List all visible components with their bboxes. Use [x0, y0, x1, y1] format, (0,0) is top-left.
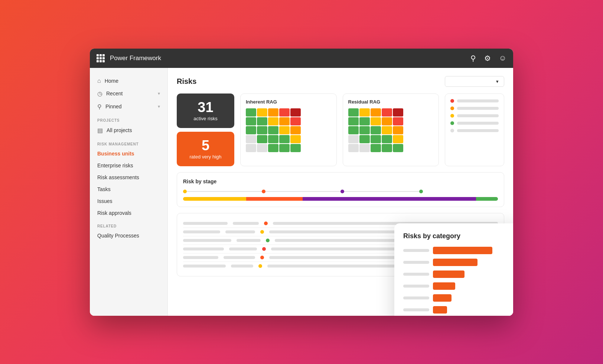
- sidebar-item-business-units[interactable]: Business units: [90, 148, 167, 160]
- rag-cell: [268, 135, 278, 143]
- grid-icon[interactable]: [97, 54, 105, 62]
- sidebar-item-home[interactable]: ⌂ Home: [90, 75, 167, 87]
- clock-icon: ◷: [97, 90, 102, 97]
- rag-cell: [290, 135, 301, 143]
- rag-cell: [290, 144, 301, 152]
- active-risks-label: active risks: [193, 116, 217, 121]
- category-title: Risks by category: [403, 232, 512, 240]
- stage-line: [187, 191, 262, 192]
- sidebar-item-risk-approvals[interactable]: Risk approvals: [90, 207, 167, 219]
- rag-cell: [371, 108, 381, 117]
- search-icon[interactable]: ⚲: [470, 54, 476, 63]
- rag-cell: [382, 144, 392, 152]
- category-bar: [433, 294, 452, 302]
- active-risks-number: 31: [198, 100, 213, 114]
- settings-icon[interactable]: ⚙: [484, 54, 491, 63]
- home-icon: ⌂: [97, 78, 101, 84]
- stage-bar-segment: [476, 197, 498, 201]
- legend-dot: [450, 99, 454, 103]
- app-window: Power Framework ⚲ ⚙ ☺ ⌂ Home ◷ Recent ▾ …: [90, 49, 513, 316]
- chevron-down-icon: ▾: [496, 79, 499, 84]
- table-col-info: [237, 239, 261, 242]
- table-col-name: [183, 247, 224, 250]
- rag-cell: [393, 126, 403, 134]
- sidebar-item-label: All projects: [107, 127, 132, 133]
- rag-cell: [393, 108, 403, 117]
- category-label: [403, 273, 429, 276]
- very-high-label: rated very high: [190, 154, 222, 160]
- sidebar-item-risk-assessments[interactable]: Risk assessments: [90, 171, 167, 183]
- category-popup: Risks by category: [394, 223, 513, 316]
- inherent-rag-title: Inherent RAG: [246, 99, 331, 105]
- rag-cell: [382, 126, 392, 134]
- rag-cell: [348, 144, 359, 152]
- pin-icon: ⚲: [97, 103, 102, 110]
- category-row: [403, 247, 512, 254]
- rag-cell: [279, 135, 290, 143]
- sidebar-item-recent[interactable]: ◷ Recent ▾: [90, 87, 167, 100]
- stage-dot: [340, 190, 344, 193]
- content-header: Risks ▾: [177, 76, 504, 87]
- stat-cards: 31 active risks 5 rated very high: [177, 94, 234, 166]
- legend-item: [450, 106, 499, 110]
- rag-cell: [359, 144, 370, 152]
- legend-dot: [450, 106, 454, 110]
- rag-cell: [257, 108, 267, 117]
- legend-bar: [457, 114, 499, 117]
- sidebar-item-label: Risk approvals: [97, 210, 131, 216]
- rag-cell: [359, 135, 370, 143]
- category-bar: [433, 282, 455, 290]
- table-col-info: [225, 230, 255, 233]
- legend-dot: [450, 114, 454, 118]
- category-bar: [433, 247, 492, 254]
- topbar-actions: ⚲ ⚙ ☺: [470, 54, 506, 63]
- rag-cell: [348, 108, 359, 117]
- category-bar: [433, 270, 465, 278]
- sidebar-item-enterprise-risks[interactable]: Enterprise risks: [90, 160, 167, 171]
- sidebar-item-label: Business units: [97, 151, 134, 157]
- category-bar: [433, 306, 447, 314]
- status-dot: [260, 256, 264, 259]
- legend-item: [450, 99, 499, 103]
- risk-section-label: RISK MANAGEMENT: [90, 137, 167, 148]
- sidebar-item-all-projects[interactable]: ▤ All projects: [90, 124, 167, 137]
- sidebar-item-label: Pinned: [105, 104, 122, 109]
- residual-rag-card: Residual RAG: [343, 94, 439, 166]
- sidebar-item-pinned[interactable]: ⚲ Pinned ▾: [90, 100, 167, 113]
- folder-icon: ▤: [97, 127, 103, 134]
- rag-cell: [348, 126, 359, 134]
- category-label: [403, 285, 429, 288]
- rag-cell: [257, 117, 267, 125]
- residual-rag-title: Residual RAG: [348, 99, 434, 105]
- filter-dropdown[interactable]: ▾: [445, 76, 504, 87]
- category-label: [403, 308, 429, 311]
- legend-item: [450, 114, 499, 118]
- sidebar-item-tasks[interactable]: Tasks: [90, 183, 167, 195]
- very-high-number: 5: [202, 138, 209, 153]
- user-icon[interactable]: ☺: [499, 54, 506, 62]
- table-col-info: [231, 265, 253, 268]
- rag-cell: [359, 117, 370, 125]
- inherent-rag-card: Inherent RAG: [240, 94, 337, 166]
- rag-cell: [246, 126, 256, 134]
- rag-cell: [371, 135, 381, 143]
- sidebar-item-label: Enterprise risks: [97, 163, 133, 168]
- legend-bar: [457, 129, 499, 132]
- legend-bar: [457, 99, 499, 102]
- category-bars: [403, 247, 512, 314]
- sidebar-item-quality-processes[interactable]: Quality Processes: [90, 230, 167, 242]
- status-dot: [260, 230, 264, 234]
- stage-dot: [419, 190, 423, 193]
- stage-title: Risk by stage: [183, 178, 498, 184]
- rag-cell: [290, 108, 301, 117]
- legend-dot: [450, 121, 454, 125]
- rag-cell: [279, 108, 290, 117]
- sidebar-item-issues[interactable]: Issues: [90, 195, 167, 207]
- very-high-card: 5 rated very high: [177, 132, 234, 166]
- stage-line: [344, 191, 419, 192]
- rag-cell: [371, 126, 381, 134]
- residual-rag-grid: [348, 108, 434, 152]
- legend-card: [445, 94, 504, 166]
- topbar: Power Framework ⚲ ⚙ ☺: [90, 49, 513, 68]
- sidebar-item-label: Recent: [106, 91, 123, 96]
